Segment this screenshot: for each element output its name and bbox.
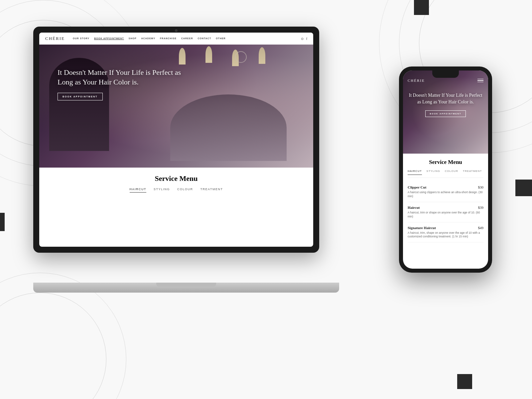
service-item-haircut-header: Haircut $39 <box>408 205 483 209</box>
phone-navigation: CHÉRIE <box>403 78 488 82</box>
phone-notch <box>432 70 459 78</box>
nav-link-other[interactable]: OTHER <box>216 37 226 40</box>
service-item-haircut: Haircut $39 A haircut, trim or shape on … <box>408 202 483 222</box>
service-item-signature-desc: A haircut, trim, shape on anyone over th… <box>408 231 483 239</box>
phone-tab-styling[interactable]: STYLING <box>427 170 440 175</box>
service-item-signature-price: $49 <box>478 226 484 230</box>
phone-body: CHÉRIE It Doesn't Matter If Your Life is… <box>399 66 492 273</box>
nav-link-contact[interactable]: CONTACT <box>198 37 211 40</box>
phone-device: CHÉRIE It Doesn't Matter If Your Life is… <box>399 66 492 273</box>
laptop-body: CHÉRIE OUR STORY BOOK APPOINTMENT SHOP A… <box>33 27 319 253</box>
social-links: ⊙ f <box>301 37 307 41</box>
nav-link-franchise[interactable]: FRANCHISE <box>160 37 177 40</box>
phone-screen: CHÉRIE It Doesn't Matter If Your Life is… <box>403 70 488 269</box>
phone-hero-section: CHÉRIE It Doesn't Matter If Your Life is… <box>403 70 488 154</box>
nav-link-academy[interactable]: ACADEMY <box>141 37 155 40</box>
decorative-square-top-right <box>414 0 429 15</box>
hero-headline: It Doesn't Matter If Your Life is Perfec… <box>58 68 184 87</box>
phone-hero-text-block: It Doesn't Matter If Your Life is Perfec… <box>408 92 483 117</box>
service-item-signature-header: Signature Haircut $49 <box>408 226 483 230</box>
laptop-tab-haircut[interactable]: HAIRCUT <box>130 188 147 193</box>
nav-link-career[interactable]: CAREER <box>181 37 193 40</box>
hero-book-appointment-button[interactable]: BOOK APPOINTMENT <box>58 93 103 100</box>
hero-lamp-4 <box>259 47 265 64</box>
hamburger-line-3 <box>477 82 483 82</box>
service-item-haircut-name: Haircut <box>408 205 420 209</box>
phone-tab-treatment[interactable]: TREATMENT <box>463 170 482 175</box>
decorative-square-mid-right <box>515 180 532 196</box>
phone-service-tabs: HAIRCUT STYLING COLOUR TREATMENT <box>408 170 483 178</box>
service-item-signature-haircut: Signature Haircut $49 A haircut, trim, s… <box>408 222 483 243</box>
phone-site-logo: CHÉRIE <box>408 78 425 82</box>
nav-link-our-story[interactable]: OUR STORY <box>73 37 89 40</box>
service-item-clipper-cut-price: $30 <box>478 185 484 189</box>
laptop-stand <box>33 283 339 293</box>
site-navigation: CHÉRIE OUR STORY BOOK APPOINTMENT SHOP A… <box>39 33 313 45</box>
laptop-service-menu-section: Service Menu HAIRCUT STYLING COLOUR TREA… <box>39 168 313 199</box>
laptop-camera <box>175 29 178 32</box>
service-item-clipper-cut-name: Clipper Cut <box>408 185 426 189</box>
site-logo: CHÉRIE <box>45 36 65 41</box>
service-item-haircut-desc: A haircut, trim or shape on anyone over … <box>408 211 483 219</box>
decorative-square-bottom-right <box>457 374 472 389</box>
service-item-clipper-cut-header: Clipper Cut $30 <box>408 185 483 189</box>
service-item-haircut-price: $39 <box>478 205 484 209</box>
laptop-service-menu-title: Service Menu <box>49 174 303 183</box>
phone-service-menu-title: Service Menu <box>408 159 483 166</box>
laptop-tab-treatment[interactable]: TREATMENT <box>200 188 223 193</box>
laptop-tab-styling[interactable]: STYLING <box>154 188 170 193</box>
hamburger-menu-icon[interactable] <box>477 79 483 82</box>
phone-hero-headline: It Doesn't Matter If Your Life is Perfec… <box>408 92 483 105</box>
nav-links: OUR STORY BOOK APPOINTMENT SHOP ACADEMY … <box>73 37 301 40</box>
hamburger-line-1 <box>477 79 483 79</box>
laptop-device: CHÉRIE OUR STORY BOOK APPOINTMENT SHOP A… <box>33 27 339 293</box>
laptop-screen: CHÉRIE OUR STORY BOOK APPOINTMENT SHOP A… <box>39 33 313 247</box>
laptop-tab-colour[interactable]: COLOUR <box>177 188 193 193</box>
facebook-icon[interactable]: f <box>306 37 307 41</box>
nav-link-shop[interactable]: SHOP <box>129 37 137 40</box>
hero-client-figure <box>170 94 287 161</box>
site-hero-section: It Doesn't Matter If Your Life is Perfec… <box>39 45 313 168</box>
phone-service-menu-section: Service Menu HAIRCUT STYLING COLOUR TREA… <box>403 154 488 246</box>
laptop-service-tabs: HAIRCUT STYLING COLOUR TREATMENT <box>49 188 303 193</box>
service-item-signature-name: Signature Haircut <box>408 226 436 230</box>
hero-text-block: It Doesn't Matter If Your Life is Perfec… <box>58 68 184 100</box>
nav-link-book-appointment[interactable]: BOOK APPOINTMENT <box>94 37 124 40</box>
phone-tab-colour[interactable]: COLOUR <box>445 170 458 175</box>
service-item-clipper-cut-desc: A haircut using clippers to achieve an u… <box>408 191 483 199</box>
hero-lamp-1 <box>179 48 186 65</box>
service-item-clipper-cut: Clipper Cut $30 A haircut using clippers… <box>408 182 483 202</box>
wall-clock <box>235 51 247 63</box>
hamburger-line-2 <box>477 80 483 81</box>
hero-lamp-2 <box>205 46 212 63</box>
phone-tab-haircut[interactable]: HAIRCUT <box>408 170 422 175</box>
decorative-square-left-mid <box>0 213 5 231</box>
phone-hero-book-button[interactable]: BOOK APPOINTMENT <box>425 110 466 117</box>
instagram-icon[interactable]: ⊙ <box>301 37 304 41</box>
